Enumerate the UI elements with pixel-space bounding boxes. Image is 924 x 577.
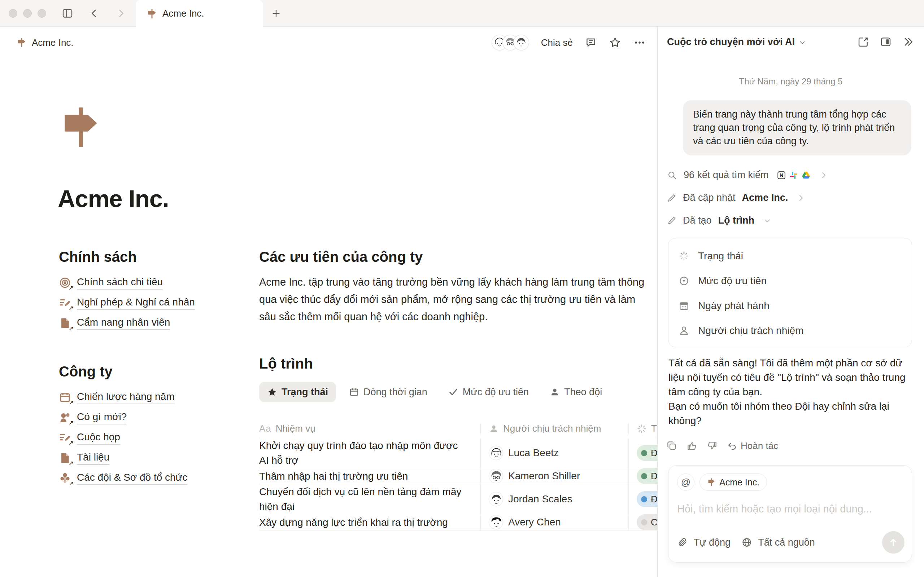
assignee-name[interactable]: Luca Beetz: [508, 447, 559, 459]
back-button[interactable]: [86, 0, 102, 27]
minimize-window-button[interactable]: [23, 9, 32, 18]
chevron-right-icon: [796, 193, 805, 202]
property-row[interactable]: Người chịu trách nhiệm: [669, 318, 912, 343]
document-toolbar: Acme Inc. Chia sẻ: [0, 27, 657, 58]
page-link[interactable]: ↗ Nghỉ phép & Nghỉ cá nhân: [59, 293, 254, 313]
status-badge[interactable]: Đã: [637, 468, 657, 484]
assignee-name[interactable]: Kameron Shiller: [508, 470, 580, 482]
roadmap-table: AaNhiệm vụ Người chịu trách nhiệm T Khởi…: [259, 419, 657, 530]
table-row[interactable]: Khởi chạy quy trình đào tạo nhập môn đượ…: [259, 438, 657, 468]
sources-selector[interactable]: Tất cả nguồn: [758, 537, 815, 548]
updated-page-row[interactable]: Đã cập nhật Acme Inc.: [657, 187, 924, 209]
new-tab-button[interactable]: [268, 0, 284, 27]
assignee-avatar: [489, 469, 503, 483]
updated-page-title[interactable]: Acme Inc.: [742, 192, 788, 203]
roadmap-heading[interactable]: Lộ trình: [259, 354, 657, 373]
search-results-row[interactable]: 96 kết quả tìm kiếm N: [657, 164, 924, 187]
page-link[interactable]: ↗ Có gì mới?: [59, 408, 254, 428]
document-area: Acme Inc. Chia sẻ Acme Inc. Chính sách: [0, 27, 657, 577]
page-icon-signpost[interactable]: [59, 105, 103, 149]
table-row[interactable]: Chuyển đổi dịch vụ cũ lên nền tảng đám m…: [259, 484, 657, 514]
attach-icon[interactable]: [677, 537, 688, 548]
priorities-heading[interactable]: Các ưu tiên của công ty: [259, 247, 657, 266]
status-spinner-icon: [637, 424, 647, 434]
tab-acme-inc[interactable]: Acme Inc.: [136, 0, 263, 27]
page-link[interactable]: ↗ Tài liệu: [59, 448, 254, 468]
comments-icon[interactable]: [585, 37, 597, 48]
chat-title-menu[interactable]: Cuộc trò chuyện mới với AI: [667, 36, 806, 48]
collapse-panel-icon[interactable]: [902, 36, 914, 48]
external-link-arrow: ↗: [69, 419, 74, 426]
mode-selector[interactable]: Tự động: [694, 537, 730, 548]
breadcrumb-label: Acme Inc.: [32, 37, 74, 48]
page-title[interactable]: Acme Inc.: [58, 185, 169, 213]
table-header-row[interactable]: AaNhiệm vụ Người chịu trách nhiệm T: [259, 419, 657, 438]
property-row[interactable]: Trạng thái: [669, 243, 912, 268]
created-page-title[interactable]: Lộ trình: [718, 215, 754, 226]
page-link[interactable]: ↗ Chính sách chi tiêu: [59, 272, 254, 293]
context-chip[interactable]: Acme Inc.: [699, 474, 767, 491]
page-link[interactable]: ↗ Chiến lược hàng năm: [59, 387, 254, 408]
created-database-properties-card[interactable]: Trạng thái Mức độ ưu tiên Ngày phát hành…: [668, 238, 912, 347]
property-row[interactable]: Mức độ ưu tiên: [669, 268, 912, 293]
thumbs-up-icon[interactable]: [687, 440, 697, 451]
view-tab[interactable]: Theo đội: [542, 382, 610, 402]
column-status[interactable]: T: [651, 423, 657, 434]
more-options-icon[interactable]: [633, 36, 646, 49]
status-badge[interactable]: Đã: [637, 491, 657, 507]
mention-button[interactable]: @: [677, 474, 695, 491]
forward-button[interactable]: [113, 0, 129, 27]
assignee-avatar: [489, 492, 503, 506]
column-person[interactable]: Người chịu trách nhiệm: [503, 423, 601, 434]
new-chat-icon[interactable]: [858, 36, 869, 48]
share-button[interactable]: Chia sẻ: [541, 37, 573, 48]
chat-input[interactable]: Hỏi, tìm kiếm hoặc tạo mọi loại nội dung…: [677, 503, 903, 515]
chat-input-card[interactable]: @ Acme Inc. Hỏi, tìm kiếm hoặc tạo mọi l…: [668, 465, 912, 562]
panel-layout-icon[interactable]: [880, 36, 892, 48]
signpost-icon: [707, 478, 716, 487]
copy-icon[interactable]: [666, 440, 677, 451]
google-drive-icon: [801, 171, 811, 180]
slack-icon: [789, 171, 798, 180]
page-link[interactable]: ↗ Cẩm nang nhân viên: [59, 313, 254, 333]
column-task[interactable]: Nhiệm vụ: [276, 423, 315, 434]
external-link-arrow: ↗: [69, 305, 74, 311]
policies-heading[interactable]: Chính sách: [59, 247, 254, 266]
company-heading[interactable]: Công ty: [59, 362, 254, 381]
company-links: ↗ Chiến lược hàng năm ↗ Có gì mới? ↗ Cuộ…: [59, 387, 254, 488]
globe-icon[interactable]: [741, 537, 752, 548]
chat-date-header: Thứ Năm, ngày 29 tháng 5: [657, 76, 924, 87]
table-row[interactable]: Xây dựng năng lực triển khai ra thị trườ…: [259, 514, 657, 530]
chevron-right-icon: [819, 171, 828, 180]
thumbs-down-icon[interactable]: [707, 440, 717, 451]
table-row[interactable]: Thâm nhập hai thị trường ưu tiên Kameron…: [259, 468, 657, 484]
assignee-name[interactable]: Avery Chen: [508, 516, 561, 528]
window-controls[interactable]: [9, 9, 46, 18]
external-link-arrow: ↗: [69, 284, 74, 292]
signpost-icon: [16, 37, 27, 48]
favorite-star-icon[interactable]: [609, 36, 621, 49]
page-link[interactable]: ↗ Cuộc họp: [59, 428, 254, 448]
created-page-row[interactable]: Đã tạo Lộ trình: [657, 209, 924, 232]
close-window-button[interactable]: [9, 9, 17, 18]
undo-button[interactable]: Hoàn tác: [727, 440, 778, 451]
page-link[interactable]: ↗ Các đội & Sơ đồ tổ chức: [59, 468, 254, 488]
breadcrumb[interactable]: Acme Inc.: [16, 27, 74, 58]
view-tab[interactable]: Mức độ ưu tiên: [440, 382, 537, 402]
external-link-arrow: ↗: [69, 324, 74, 332]
assignee-name[interactable]: Jordan Scales: [508, 493, 572, 505]
property-row[interactable]: Ngày phát hành: [669, 293, 912, 318]
user-message-bubble: Biến trang này thành trung tâm tổng hợp …: [683, 100, 911, 155]
send-button[interactable]: [882, 531, 905, 554]
zoom-window-button[interactable]: [37, 9, 46, 18]
sidebar-toggle-icon[interactable]: [58, 0, 76, 27]
status-badge[interactable]: Đã: [637, 445, 657, 461]
assignee-avatar: [489, 446, 503, 460]
view-tab[interactable]: Trạng thái: [259, 382, 336, 402]
external-link-arrow: ↗: [69, 480, 74, 487]
avatar: [514, 35, 529, 50]
view-tab[interactable]: Dòng thời gian: [341, 382, 435, 402]
status-badge[interactable]: Ch: [637, 514, 657, 530]
priorities-paragraph[interactable]: Acme Inc. tập trung vào tăng trưởng bền …: [259, 273, 645, 325]
collaborator-avatars[interactable]: [492, 35, 529, 50]
